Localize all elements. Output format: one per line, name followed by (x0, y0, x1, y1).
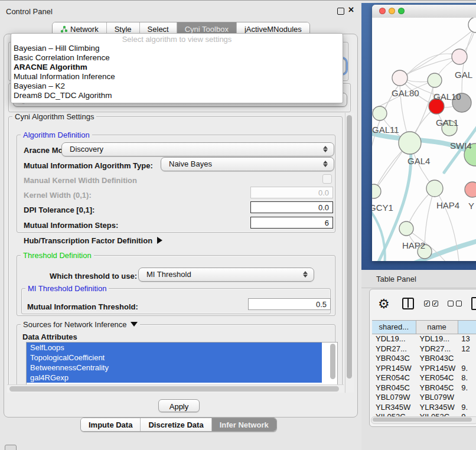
table-row[interactable]: YDL19...YDL19...13 (372, 334, 476, 344)
algorithm-option-aracne-algorithm[interactable]: ARACNE Algorithm (11, 63, 343, 72)
mi-algorithm-type-value: Naive Bayes (169, 159, 212, 168)
algorithm-dropdown-popup: Select algorithm to view settings Bayesi… (11, 33, 343, 103)
table-cell: YBR043C (416, 354, 458, 364)
network-window-titlebar[interactable] (372, 5, 476, 18)
data-attributes-list[interactable]: SelfLoopsTopologicalCoefficientBetweenne… (26, 342, 338, 386)
table-panel-body: ⚙ ✓ ✓ shared...name YDL19...YDL19...13YD… (369, 289, 476, 427)
algorithm-option-basic-correlation-inference[interactable]: Basic Correlation Inference (11, 53, 343, 63)
manual-kernel-width-checkbox[interactable] (322, 174, 332, 184)
svg-text:GAL10: GAL10 (433, 92, 461, 102)
algorithm-option-bayesian-k2[interactable]: Bayesian – K2 (11, 81, 343, 91)
algorithm-dropdown-prompt: Select algorithm to view settings (11, 34, 343, 44)
manual-kernel-width-label: Manual Kernel Width Definition (24, 176, 137, 185)
table-row[interactable]: YBR043CYBR043C (372, 354, 476, 364)
network-canvas[interactable]: GALGAL80GAL10GAL1GAL11SWI4GAL4GCY1HAP4YH… (372, 18, 476, 261)
algorithm-option-bayesian-hill-climbing[interactable]: Bayesian – Hill Climbing (11, 44, 343, 53)
zoom-traffic-light-icon[interactable] (398, 8, 405, 14)
attribute-item-betweennesscentrality[interactable]: BetweennessCentrality (27, 363, 322, 373)
table-cell: YBR045C (416, 383, 458, 393)
data-attributes-label: Data Attributes (22, 332, 77, 341)
table-cell: 9. (458, 403, 476, 413)
combo-stepper-icon (323, 160, 328, 168)
page-icon[interactable] (471, 297, 476, 310)
attribute-item-topologicalcoefficient[interactable]: TopologicalCoefficient (27, 353, 322, 363)
table-cell: YBR045C (372, 383, 416, 393)
svg-text:GAL1: GAL1 (436, 118, 458, 128)
table-cell: 12 (458, 344, 476, 354)
table-cell: YDR27... (372, 344, 416, 354)
mi-algorithm-type-label: Mutual Information Algorithm Type: (24, 161, 153, 170)
settings-vertical-scrollbar-thumb[interactable] (347, 115, 352, 379)
apply-button[interactable]: Apply (158, 399, 200, 412)
table-cell: YLR345W (372, 403, 416, 413)
which-threshold-combobox[interactable]: MI Threshold (138, 268, 314, 282)
table-row[interactable]: YBL079WYBL079W (372, 393, 476, 403)
settings-horizontal-scrollbar-thumb[interactable] (9, 386, 339, 392)
mi-threshold-field[interactable]: 0.5 (248, 298, 331, 310)
table-row[interactable]: YER054CYER054C8. (372, 373, 476, 383)
table-cell: YPR145W (416, 364, 458, 374)
algorithm-option-dream8-dc-tdc-algorithm[interactable]: Dream8 DC_TDC Algorithm (11, 91, 343, 100)
list-scrollbar-thumb[interactable] (330, 344, 335, 379)
table-row[interactable]: YBR045CYBR045C9. (372, 383, 476, 393)
svg-text:Y: Y (468, 201, 474, 211)
mi-algorithm-type-combobox[interactable]: Naive Bayes (161, 157, 334, 171)
table-cell: YBL079W (416, 393, 458, 403)
hub-definition-toggle[interactable]: Hub/Transcription Factor Definition (24, 236, 162, 245)
table-cell: YER054C (372, 373, 416, 383)
minimize-traffic-light-icon[interactable] (389, 8, 395, 14)
mi-steps-field[interactable]: 6 (250, 217, 333, 229)
collapsed-panel-icon[interactable] (5, 445, 17, 450)
application-window: Control Panel ✕ NetworkStyleSelectCyni T… (0, 0, 476, 450)
table-cell: 13 (458, 334, 476, 344)
tab-impute-data[interactable]: Impute Data (81, 418, 141, 431)
algorithm-option-mutual-information-inference[interactable]: Mutual Information Inference (11, 72, 343, 81)
columns-icon[interactable] (402, 298, 414, 309)
svg-text:GCY1: GCY1 (372, 203, 393, 213)
threshold-definition-title: Threshold Definition (21, 251, 94, 260)
table-cell (458, 354, 476, 364)
settings-horizontal-scrollbar[interactable] (7, 384, 344, 393)
deselect-all-icon[interactable] (456, 301, 462, 306)
column-header-shared[interactable]: shared... (372, 321, 416, 334)
dpi-tolerance-field[interactable]: 0.0 (250, 201, 333, 213)
svg-text:HAP4: HAP4 (436, 200, 459, 210)
sources-title[interactable]: Sources for Network Inference (21, 320, 140, 329)
table-row[interactable]: YDR27...YDR27...12 (372, 344, 476, 354)
table-row[interactable]: YPR145WYPR145W9. (372, 364, 476, 374)
gear-icon[interactable]: ⚙ (378, 296, 390, 312)
attribute-item-selfloops[interactable]: SelfLoops (27, 343, 322, 353)
table-horizontal-scrollbar-thumb[interactable] (373, 418, 472, 422)
network-view-window[interactable]: GALGAL80GAL10GAL1GAL11SWI4GAL4GCY1HAP4YH… (372, 5, 476, 261)
close-traffic-light-icon[interactable] (379, 8, 386, 14)
table-cell: YDL19... (372, 334, 416, 344)
select-all-icon[interactable]: ✓ (424, 301, 430, 306)
settings-vertical-scrollbar[interactable] (345, 113, 354, 393)
kernel-width-field[interactable]: 0.0 (250, 187, 333, 198)
mi-threshold-label: Mutual Information Threshold: (27, 302, 138, 311)
table-cell: YBR043C (372, 354, 416, 364)
table-row[interactable]: YLR345WYLR345W9. (372, 403, 476, 413)
aracne-mode-combobox[interactable]: Discovery (61, 142, 334, 156)
tab-infer-network[interactable]: Infer Network (212, 418, 276, 431)
combo-stepper-icon (303, 270, 308, 278)
select-all-icon[interactable]: ✓ (432, 301, 438, 306)
network-desktop: GALGAL80GAL10GAL1GAL11SWI4GAL4GCY1HAP4YH… (361, 3, 476, 270)
table-horizontal-scrollbar[interactable] (371, 416, 476, 424)
table-cell: YPR145W (372, 364, 416, 374)
table-cell: YBL079W (372, 393, 416, 403)
close-icon[interactable]: ✕ (348, 5, 354, 14)
column-header-name[interactable]: name (416, 321, 458, 334)
svg-text:SWI4: SWI4 (450, 141, 472, 151)
float-window-icon[interactable] (337, 8, 344, 15)
svg-text:GAL11: GAL11 (372, 125, 399, 135)
tab-discretize-data[interactable]: Discretize Data (141, 418, 211, 431)
control-panel-title: Control Panel (6, 7, 53, 16)
mi-steps-label: Mutual Information Steps: (24, 221, 118, 230)
attribute-item-gal4rgexp[interactable]: gal4RGexp (27, 373, 322, 383)
table-cell: YDR27... (416, 344, 458, 354)
column-header-extra[interactable] (458, 321, 476, 334)
deselect-all-icon[interactable] (448, 301, 454, 306)
dpi-tolerance-label: DPI Tolerance [0,1]: (24, 206, 94, 214)
table-cell: 8. (458, 373, 476, 383)
